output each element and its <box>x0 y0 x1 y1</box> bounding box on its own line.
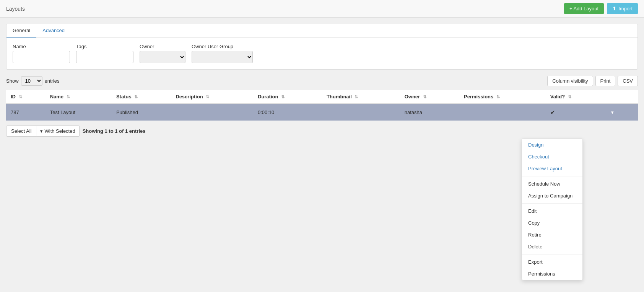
owner-group-select[interactable] <box>192 51 253 63</box>
cell-status: Published <box>112 104 171 121</box>
valid-checkmark-icon: ✔ <box>550 109 555 116</box>
sort-valid-icon: ⇅ <box>568 95 571 100</box>
col-permissions[interactable]: Permissions ⇅ <box>459 90 546 104</box>
filter-name-field: Name <box>13 44 70 63</box>
tags-input[interactable] <box>76 51 133 63</box>
cell-name: Test Layout <box>46 104 112 121</box>
table-controls: Show 10 25 50 100 entries Column visibil… <box>6 76 638 86</box>
column-visibility-button[interactable]: Column visibility <box>547 76 593 86</box>
sort-id-icon: ⇅ <box>19 95 22 100</box>
table-action-buttons: Column visibility Print CSV <box>547 76 638 86</box>
col-thumbnail-label: Thumbnail <box>327 94 352 100</box>
row-action-button[interactable]: ▾ <box>608 108 617 117</box>
filter-row: Name Tags Owner Owner User Group <box>13 44 631 63</box>
sort-thumbnail-icon: ⇅ <box>355 95 358 100</box>
tabs: General Advanced <box>7 24 637 38</box>
col-actions <box>603 90 638 104</box>
col-id-label: ID <box>11 94 16 100</box>
layouts-table: ID ⇅ Name ⇅ Status ⇅ Description ⇅ Durat… <box>6 90 638 121</box>
entries-count-select[interactable]: 10 25 50 100 <box>21 76 42 86</box>
bottom-entries-label: entries <box>129 128 146 134</box>
col-duration-label: Duration <box>258 94 278 100</box>
filter-owner-field: Owner <box>140 44 185 63</box>
sort-permissions-icon: ⇅ <box>496 95 500 100</box>
from-value: 1 <box>104 128 107 134</box>
table-header-row: ID ⇅ Name ⇅ Status ⇅ Description ⇅ Durat… <box>6 90 638 104</box>
context-menu: DesignCheckoutPreview LayoutSchedule Now… <box>522 139 583 143</box>
bottom-row: Select All ▾ With Selected Showing 1 to … <box>6 126 638 137</box>
filter-owner-group-field: Owner User Group <box>192 44 253 63</box>
sort-duration-icon: ⇅ <box>281 95 285 100</box>
name-input[interactable] <box>13 51 70 63</box>
cell-permissions <box>459 104 546 121</box>
entries-label: entries <box>45 78 60 84</box>
main-content: General Advanced Name Tags Owner <box>0 18 644 143</box>
filter-owner-group-label: Owner User Group <box>192 44 253 49</box>
tab-advanced-label: Advanced <box>42 28 65 33</box>
showing-text: Showing <box>83 128 103 134</box>
col-name-label: Name <box>50 94 63 100</box>
sort-owner-icon: ⇅ <box>423 95 426 100</box>
filter-body: Name Tags Owner Owner User Group <box>7 38 637 69</box>
col-permissions-label: Permissions <box>464 94 493 100</box>
sort-name-icon: ⇅ <box>67 95 70 100</box>
import-label: Import <box>618 6 633 11</box>
select-with-selected-group: Select All ▾ With Selected <box>6 126 80 137</box>
col-name[interactable]: Name ⇅ <box>46 90 112 104</box>
tab-general-label: General <box>13 28 30 33</box>
cell-thumbnail <box>322 104 400 121</box>
table-row[interactable]: 787Test LayoutPublished0:00:10natasha✔▾ <box>6 104 638 121</box>
select-all-button[interactable]: Select All <box>6 126 36 137</box>
show-entries: Show 10 25 50 100 entries <box>6 76 60 86</box>
filter-owner-label: Owner <box>140 44 185 49</box>
to-value: 1 <box>115 128 117 134</box>
cell-duration: 0:00:10 <box>253 104 322 121</box>
sort-status-icon: ⇅ <box>134 95 138 100</box>
cell-action[interactable]: ▾ <box>603 104 638 121</box>
with-selected-label: With Selected <box>44 128 75 134</box>
sort-description-icon: ⇅ <box>206 95 209 100</box>
owner-select[interactable] <box>140 51 185 63</box>
add-layout-button[interactable]: + Add Layout <box>564 3 604 14</box>
with-selected-button[interactable]: ▾ With Selected <box>36 126 79 137</box>
csv-button[interactable]: CSV <box>618 76 638 86</box>
filter-tags-field: Tags <box>76 44 133 63</box>
cell-description <box>171 104 253 121</box>
import-button[interactable]: ⬆ Import <box>607 3 638 14</box>
col-status-label: Status <box>116 94 132 100</box>
col-owner[interactable]: Owner ⇅ <box>400 90 459 104</box>
upload-icon: ⬆ <box>612 6 616 11</box>
col-owner-label: Owner <box>405 94 420 100</box>
tab-general[interactable]: General <box>7 24 36 38</box>
page-header: Layouts + Add Layout ⬆ Import <box>0 0 644 18</box>
col-duration[interactable]: Duration ⇅ <box>253 90 322 104</box>
page-title: Layouts <box>6 6 25 12</box>
of-value: 1 <box>125 128 128 134</box>
col-description-label: Description <box>176 94 203 100</box>
col-description[interactable]: Description ⇅ <box>171 90 253 104</box>
cell-owner: natasha <box>400 104 459 121</box>
print-button[interactable]: Print <box>595 76 616 86</box>
col-id[interactable]: ID ⇅ <box>6 90 46 104</box>
cell-id: 787 <box>6 104 46 121</box>
col-valid[interactable]: Valid? ⇅ <box>546 90 603 104</box>
header-buttons: + Add Layout ⬆ Import <box>564 3 638 14</box>
show-label: Show <box>6 78 19 84</box>
entries-info: Showing 1 to 1 of 1 entries <box>83 128 146 134</box>
col-status[interactable]: Status ⇅ <box>112 90 171 104</box>
col-valid-label: Valid? <box>550 94 565 100</box>
col-thumbnail[interactable]: Thumbnail ⇅ <box>322 90 400 104</box>
cell-valid: ✔ <box>546 104 603 121</box>
filter-tags-label: Tags <box>76 44 133 49</box>
menu-item-design[interactable]: Design <box>522 139 582 143</box>
filter-card: General Advanced Name Tags Owner <box>6 24 638 70</box>
chevron-down-icon: ▾ <box>40 128 43 134</box>
tab-advanced[interactable]: Advanced <box>36 24 71 38</box>
filter-name-label: Name <box>13 44 70 49</box>
